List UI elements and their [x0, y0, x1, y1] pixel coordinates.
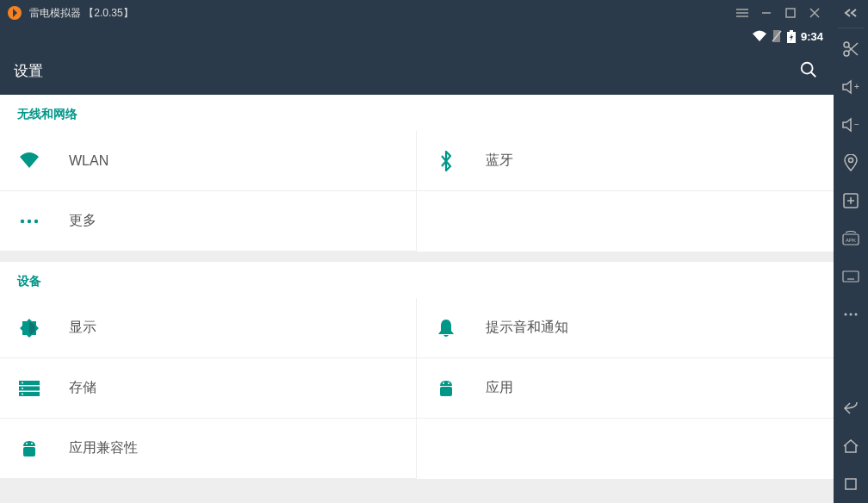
- setting-app-compat[interactable]: 应用兼容性: [0, 419, 417, 479]
- svg-rect-40: [843, 271, 859, 282]
- section-spacer: [0, 251, 834, 262]
- titlebar: 雷电模拟器 【2.0.35】: [0, 0, 834, 26]
- more-horiz-icon: [17, 218, 41, 225]
- appbar: 设置: [0, 47, 834, 95]
- svg-point-34: [849, 158, 853, 163]
- svg-point-15: [34, 219, 38, 222]
- setting-label: 存储: [69, 379, 96, 397]
- wifi-status-icon: [753, 30, 766, 42]
- collapse-sidebar-button[interactable]: [834, 0, 868, 26]
- svg-rect-22: [440, 387, 452, 396]
- setting-apps[interactable]: 应用: [417, 358, 834, 419]
- setting-label: 应用: [486, 379, 513, 397]
- setting-label: 更多: [69, 212, 96, 230]
- app-logo: [7, 5, 22, 21]
- setting-wlan[interactable]: WLAN: [0, 131, 417, 191]
- android-recent-button[interactable]: [834, 465, 868, 503]
- svg-text:−: −: [854, 120, 859, 129]
- search-button[interactable]: [799, 60, 820, 81]
- maximize-button[interactable]: [778, 1, 803, 25]
- svg-point-49: [855, 314, 858, 316]
- close-button[interactable]: [803, 1, 827, 25]
- android-icon: [17, 439, 41, 458]
- setting-label: 提示音和通知: [486, 319, 568, 337]
- sim-status-icon: [772, 30, 782, 42]
- svg-point-19: [22, 382, 23, 383]
- section-header: 设备: [0, 262, 834, 298]
- setting-notifications[interactable]: 提示音和通知: [417, 298, 834, 358]
- minimize-button[interactable]: [754, 1, 778, 25]
- svg-point-11: [802, 63, 813, 74]
- setting-label: 蓝牙: [486, 152, 513, 170]
- battery-status-icon: [787, 30, 796, 43]
- android-icon: [434, 379, 458, 398]
- svg-text:APK: APK: [846, 238, 856, 243]
- setting-label: 显示: [69, 319, 96, 337]
- bluetooth-icon: [434, 151, 458, 171]
- brightness-icon: [17, 318, 41, 338]
- menu-icon[interactable]: [730, 1, 754, 25]
- location-icon[interactable]: [834, 144, 868, 182]
- svg-text:+: +: [854, 82, 859, 91]
- svg-rect-10: [790, 30, 793, 32]
- svg-point-27: [31, 443, 33, 444]
- storage-icon: [17, 381, 41, 396]
- window: 雷电模拟器 【2.0.35】 9:34 设置 无线和网络: [0, 0, 868, 503]
- svg-point-24: [448, 382, 450, 384]
- titlebar-title: 雷电模拟器 【2.0.35】: [29, 6, 730, 21]
- setting-more[interactable]: 更多: [0, 191, 417, 251]
- android-back-button[interactable]: [834, 389, 868, 427]
- wifi-icon: [17, 152, 41, 170]
- settings-content: 无线和网络 WLAN 蓝牙 更多: [0, 95, 834, 503]
- svg-rect-50: [846, 479, 856, 489]
- section-wireless: 无线和网络 WLAN 蓝牙 更多: [0, 95, 834, 251]
- volume-down-button[interactable]: −: [834, 106, 868, 144]
- svg-rect-25: [23, 447, 35, 456]
- svg-point-26: [26, 443, 28, 444]
- keyboard-icon[interactable]: [834, 258, 868, 295]
- setting-label: WLAN: [69, 153, 108, 169]
- svg-rect-5: [786, 9, 795, 17]
- scissors-icon[interactable]: [834, 30, 868, 68]
- svg-point-48: [850, 314, 852, 316]
- setting-label: 应用兼容性: [69, 439, 138, 457]
- page-title: 设置: [14, 61, 799, 81]
- section-device: 设备 显示 提示音和通知 存储: [0, 262, 834, 479]
- clock: 9:34: [801, 30, 823, 43]
- svg-point-21: [22, 393, 23, 394]
- volume-up-button[interactable]: +: [834, 68, 868, 106]
- svg-point-20: [22, 388, 23, 389]
- svg-point-14: [28, 219, 31, 222]
- setting-bluetooth[interactable]: 蓝牙: [417, 131, 834, 191]
- android-statusbar: 9:34: [0, 26, 834, 47]
- section-header: 无线和网络: [0, 95, 834, 131]
- setting-storage[interactable]: 存储: [0, 358, 417, 419]
- svg-point-13: [21, 219, 24, 222]
- setting-display[interactable]: 显示: [0, 298, 417, 358]
- apk-install-icon[interactable]: APK: [834, 220, 868, 258]
- svg-line-12: [811, 72, 816, 78]
- android-home-button[interactable]: [834, 427, 868, 465]
- more-icon[interactable]: [834, 295, 868, 333]
- emulator-sidebar: + − APK: [834, 0, 868, 503]
- svg-point-47: [845, 314, 847, 316]
- new-window-icon[interactable]: [834, 182, 868, 220]
- bell-icon: [434, 318, 458, 338]
- svg-point-23: [443, 382, 444, 384]
- main-area: 雷电模拟器 【2.0.35】 9:34 设置 无线和网络: [0, 0, 834, 503]
